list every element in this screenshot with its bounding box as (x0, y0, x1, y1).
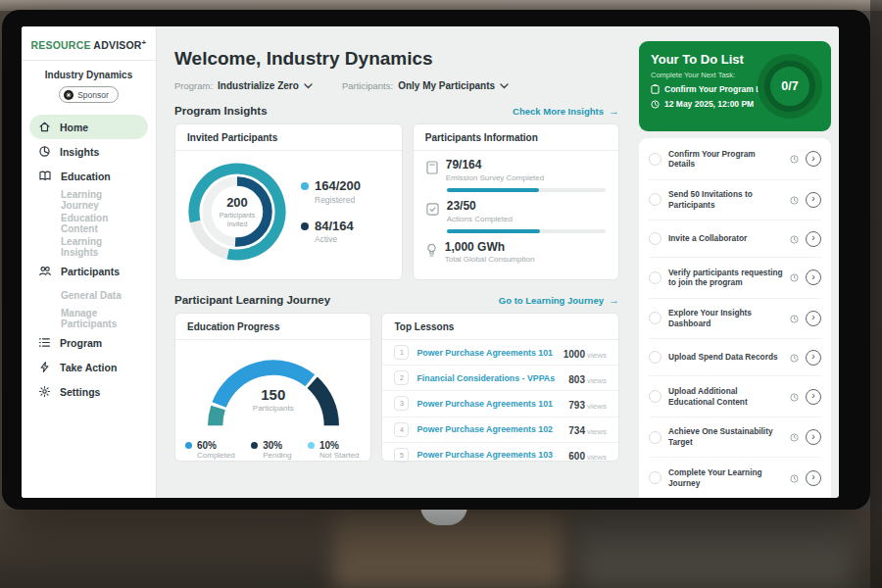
task-row: Explore Your Insights Dashboard › (649, 299, 821, 340)
stat-consumption: 1,000 GWh Total Global Consumption (426, 241, 606, 265)
task-checkbox[interactable] (649, 351, 662, 364)
go-to-learning-journey-link[interactable]: Go to Learning Journey → (499, 295, 619, 306)
clock-icon (790, 388, 799, 406)
clock-icon (651, 100, 660, 109)
legend-label: Pending (263, 451, 291, 460)
lesson-rank: 3 (394, 396, 409, 411)
sidebar-item-education[interactable]: Education (29, 164, 148, 188)
consumption-bulb-icon (426, 243, 437, 265)
views-label: views (587, 453, 607, 462)
chevron-right-icon: › (811, 391, 814, 401)
sidebar-item-learning-insights[interactable]: Learning Insights (29, 235, 148, 259)
sidebar-item-education-content[interactable]: Education Content (29, 212, 148, 235)
screen: RESOURCE ADVISOR+ Industry Dynamics Spon… (22, 26, 839, 498)
logo-secondary: ADVISOR (93, 39, 141, 51)
app-logo: RESOURCE ADVISOR+ (22, 26, 156, 61)
background-desk-right (578, 510, 853, 588)
background-shadow-band (870, 0, 882, 588)
views-label: views (587, 402, 607, 411)
sidebar-item-insights[interactable]: Insights (29, 139, 148, 164)
participants-filter-select[interactable]: Only My Participants (398, 80, 509, 91)
lesson-title-link[interactable]: Power Purchase Agreements 101 (416, 348, 555, 358)
education-icon (38, 170, 52, 182)
task-checkbox[interactable] (649, 153, 662, 166)
monitor-bezel: RESOURCE ADVISOR+ Industry Dynamics Spon… (2, 10, 870, 510)
sponsor-badge-label: Sponsor (77, 90, 109, 100)
donut-center-label: Participants Invited (212, 211, 263, 229)
sidebar-item-program[interactable]: Program (29, 330, 148, 355)
sidebar-item-manage-participants[interactable]: Manage Participants (29, 307, 148, 330)
program-filter-label: Program: (174, 80, 213, 91)
lesson-row: 3 Power Purchase Agreements 101 793views (382, 391, 618, 416)
task-checkbox[interactable] (649, 232, 662, 245)
sidebar-item-general-data[interactable]: General Data (29, 283, 148, 307)
clipboard-icon (651, 84, 660, 94)
task-open-button[interactable]: › (806, 270, 821, 285)
clock-icon (790, 150, 799, 168)
task-checkbox[interactable] (649, 390, 662, 403)
task-label: Verify participants requesting to join t… (668, 268, 783, 289)
task-checkbox[interactable] (649, 431, 662, 444)
task-open-button[interactable]: › (806, 311, 821, 326)
sidebar-item-participants[interactable]: Participants (29, 259, 148, 283)
chevron-right-icon: › (811, 352, 814, 362)
participants-filter-value: Only My Participants (398, 80, 495, 91)
legend-item-active: 84/164 Active (301, 220, 361, 244)
sidebar-item-take-action[interactable]: Take Action (29, 355, 148, 379)
sidebar-item-home[interactable]: Home (29, 115, 148, 139)
actions-progressbar (447, 229, 606, 233)
task-checkbox[interactable] (649, 312, 662, 324)
sidebar-item-learning-journey[interactable]: Learning Journey (29, 188, 148, 212)
lesson-title-link[interactable]: Power Purchase Agreements 103 (416, 450, 561, 460)
link-label: Check More Insights (513, 106, 604, 117)
task-checkbox[interactable] (649, 471, 662, 484)
task-open-button[interactable]: › (806, 231, 821, 247)
lesson-rank: 4 (394, 422, 409, 437)
sidebar-item-label: Manage Participants (61, 308, 139, 329)
lesson-views: 600 (568, 451, 585, 462)
legend-value: 30% (263, 440, 291, 451)
section-title: Participant Learning Journey (174, 294, 330, 306)
stat-label: Emission Survey Completed (446, 173, 544, 182)
stat-value: 23/50 (447, 200, 513, 214)
task-label: Send 50 Invitations to Participants (668, 189, 783, 211)
task-open-button[interactable]: › (806, 151, 821, 167)
legend-dot (251, 442, 258, 449)
lesson-title-link[interactable]: Power Purchase Agreements 102 (416, 424, 561, 434)
legend-label: Completed (197, 451, 235, 460)
arrow-right-icon: → (609, 106, 619, 117)
donut-center: 200 Participants Invited (181, 156, 293, 268)
actions-icon (426, 202, 439, 223)
sidebar-item-label: Insights (60, 146, 99, 158)
program-filter-select[interactable]: Industrialize Zero (218, 80, 313, 91)
clock-icon (790, 269, 799, 286)
lesson-title-link[interactable]: Financial Considerations - VPPAs (416, 373, 561, 383)
task-open-button[interactable]: › (806, 350, 821, 366)
participants-filter: Participants: Only My Participants (342, 80, 509, 91)
invited-participants-body: 200 Participants Invited 164/200 Registe (175, 151, 402, 272)
legend-dot (308, 442, 315, 449)
sidebar-menu: Home Insights Education Learning Journey… (22, 105, 156, 414)
sponsor-badge: Sponsor (59, 86, 119, 103)
program-list-icon (38, 336, 51, 349)
clock-icon (790, 469, 799, 487)
views-label: views (587, 427, 607, 436)
legend-value: 164/200 (315, 179, 361, 193)
sidebar-item-label: Program (60, 337, 102, 349)
sidebar-item-settings[interactable]: Settings (29, 379, 148, 404)
lesson-title-link[interactable]: Power Purchase Agreements 101 (416, 399, 561, 409)
scene: RESOURCE ADVISOR+ Industry Dynamics Spon… (0, 0, 882, 588)
todo-card: Your To Do List Complete Your Next Task:… (639, 41, 831, 131)
task-open-button[interactable]: › (806, 429, 821, 445)
legend-value: 84/164 (315, 220, 354, 233)
task-open-button[interactable]: › (806, 192, 821, 208)
task-open-button[interactable]: › (806, 470, 821, 486)
task-checkbox[interactable] (649, 193, 662, 206)
card-title: Education Progress (175, 314, 370, 340)
task-open-button[interactable]: › (806, 389, 821, 405)
check-more-insights-link[interactable]: Check More Insights → (513, 106, 619, 117)
education-progress-card: Education Progress 150 Participants (174, 313, 371, 462)
participants-filter-label: Participants: (342, 80, 393, 91)
task-checkbox[interactable] (649, 271, 662, 284)
settings-gear-icon (38, 385, 51, 398)
